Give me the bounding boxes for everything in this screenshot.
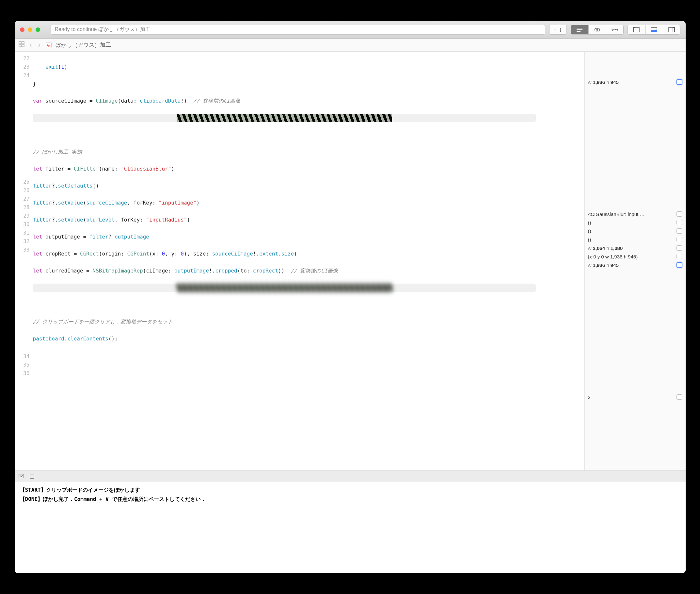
debug-bar	[15, 470, 686, 482]
quicklook-button[interactable]	[676, 237, 682, 242]
editor-mode-group	[571, 25, 624, 35]
svg-rect-15	[19, 474, 24, 478]
nav-back-button[interactable]: ‹	[28, 41, 33, 49]
assistant-editor-button[interactable]	[588, 25, 606, 35]
svg-rect-2	[576, 31, 581, 32]
window-controls	[20, 28, 40, 32]
svg-rect-9	[669, 28, 674, 32]
console-line: 【START】クリップボードのイメージをぼかします	[20, 486, 680, 495]
swift-file-icon	[46, 42, 51, 48]
result-row[interactable]: ()	[585, 235, 686, 244]
toggle-inspector-button[interactable]	[663, 25, 680, 35]
standard-editor-button[interactable]	[571, 25, 588, 35]
quicklook-button[interactable]	[676, 394, 682, 400]
zebra-image-blurred	[177, 284, 392, 292]
version-editor-button[interactable]	[606, 25, 624, 35]
quicklook-button[interactable]	[676, 245, 682, 251]
toggle-debug-button[interactable]	[645, 25, 663, 35]
jump-bar: ‹ › ぼかし（ガウス）加工	[15, 38, 686, 52]
svg-rect-13	[19, 44, 21, 47]
main-area: 22 23 24 25 26 27 28 29 30 31 32 33 34 3…	[15, 52, 686, 470]
code-content[interactable]: exit(1) } var sourceCiImage = CIImage(da…	[33, 52, 585, 470]
titlebar: Ready to continue ぼかし（ガウス）加工 { }	[15, 21, 686, 38]
debug-view-toggle[interactable]	[30, 474, 34, 478]
svg-rect-8	[651, 30, 657, 32]
close-button[interactable]	[20, 28, 25, 32]
status-text: Ready to continue ぼかし（ガウス）加工	[55, 26, 150, 33]
activity-status-field: Ready to continue ぼかし（ガウス）加工	[50, 25, 545, 35]
svg-rect-14	[22, 44, 24, 47]
debug-dropdown-icon[interactable]	[19, 474, 24, 479]
quicklook-button[interactable]	[676, 228, 682, 234]
quicklook-button[interactable]	[676, 262, 682, 268]
related-items-icon[interactable]	[19, 41, 25, 49]
result-row[interactable]: 2	[585, 393, 686, 401]
results-sidebar: w 1,936 h 945 <CIGaussianBlur: inputI… (…	[585, 52, 686, 470]
svg-rect-10	[673, 28, 674, 32]
inline-result-image-source	[33, 114, 536, 122]
line-number-gutter: 22 23 24 25 26 27 28 29 30 31 32 33 34 3…	[15, 52, 33, 470]
result-row[interactable]: w 1,936 h 945	[585, 261, 686, 269]
minimize-button[interactable]	[28, 28, 32, 32]
quicklook-button[interactable]	[676, 254, 682, 259]
result-row[interactable]: ()	[585, 218, 686, 227]
quicklook-button[interactable]	[676, 220, 682, 225]
svg-rect-12	[22, 41, 24, 44]
zebra-image	[177, 114, 392, 122]
code-editor[interactable]: 22 23 24 25 26 27 28 29 30 31 32 33 34 3…	[15, 52, 585, 470]
code-review-button[interactable]: { }	[549, 25, 567, 35]
result-row[interactable]: <CIGaussianBlur: inputI…	[585, 210, 686, 218]
result-row[interactable]: w 2,064 h 1,080	[585, 244, 686, 252]
nav-forward-button[interactable]: ›	[37, 41, 42, 49]
result-row[interactable]: {x 0 y 0 w 1,936 h 945}	[585, 252, 686, 261]
quicklook-button[interactable]	[676, 211, 682, 217]
maximize-button[interactable]	[36, 28, 40, 32]
inline-result-image-blurred	[33, 284, 536, 292]
svg-rect-6	[633, 28, 635, 32]
result-row[interactable]: ()	[585, 227, 686, 235]
console-output[interactable]: 【START】クリップボードのイメージをぼかします 【DONE】ぼかし完了．Co…	[15, 482, 686, 573]
toggle-navigator-button[interactable]	[628, 25, 645, 35]
svg-rect-5	[633, 28, 639, 32]
console-line: 【DONE】ぼかし完了．Command + V で任意の場所にペーストしてくださ…	[20, 495, 680, 504]
xcode-playground-window: Ready to continue ぼかし（ガウス）加工 { }	[15, 21, 686, 573]
quicklook-button[interactable]	[676, 79, 682, 85]
svg-rect-0	[576, 28, 583, 28]
svg-rect-1	[576, 29, 583, 30]
svg-point-4	[597, 28, 600, 31]
svg-rect-11	[19, 41, 21, 44]
panel-toggle-group	[628, 25, 680, 35]
result-row[interactable]: w 1,936 h 945	[585, 78, 686, 86]
breadcrumb-file[interactable]: ぼかし（ガウス）加工	[56, 41, 111, 49]
